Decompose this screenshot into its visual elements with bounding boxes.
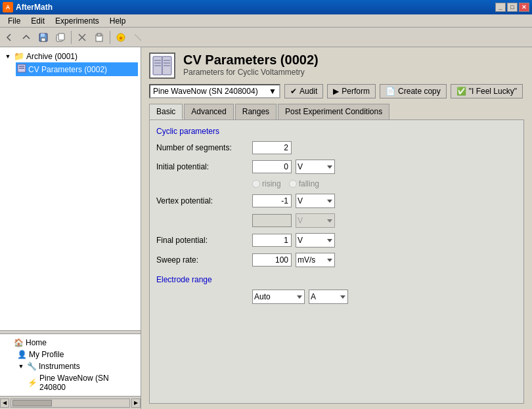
folder-icon: 📁 [14,51,24,61]
menu-bar: File Edit Experiments Help [0,14,532,28]
tree-instruments[interactable]: ▼ 🔧 Instruments [16,360,138,372]
main-layout: ▼ 📁 Archive (0001) CV Parameters (0002) … [0,47,532,409]
vertex-potential-input[interactable] [252,194,292,207]
menu-help[interactable]: Help [104,15,131,27]
toolbar-save[interactable] [35,30,51,45]
svg-text:★: ★ [118,35,123,41]
toolbar-paste[interactable] [91,30,107,45]
sweep-rate-unit[interactable]: mV/s V/s [296,253,335,267]
tree-area: ▼ 📁 Archive (0001) CV Parameters (0002) [0,47,141,330]
profile-label: My Profile [29,350,64,359]
close-button[interactable]: ✕ [519,3,529,12]
expand-instruments-icon[interactable]: ▼ [17,362,25,370]
vertex-potential2-row: V [156,213,517,228]
archive-label: Archive (0001) [26,52,78,61]
initial-potential-label: Initial potential: [156,162,248,171]
cv-title: CV Parameters (0002) [183,53,319,68]
content-panel: CV Parameters (0002) Parameters for Cycl… [141,47,532,409]
scrollbar-area: ◀ ▶ [0,396,141,409]
toolbar-up[interactable] [18,30,34,45]
scroll-right-button[interactable]: ▶ [131,398,141,408]
device-dropdown[interactable]: Pine WaveNow (SN 2408004) ▼ [149,84,280,98]
toolbar-star[interactable]: ★ [113,30,129,45]
tab-advanced[interactable]: Advanced [184,104,233,119]
menu-edit[interactable]: Edit [26,15,50,27]
create-copy-button[interactable]: 📄 Create copy [380,84,447,98]
perform-button[interactable]: ▶ Perform [327,84,376,98]
electrode-current-select[interactable]: A mA μA [309,290,348,304]
final-potential-input[interactable] [252,234,292,247]
cyclic-params-title: Cyclic parameters [156,127,517,136]
tree-pine[interactable]: ⚡ Pine WaveNow (SN 240800 [26,372,138,393]
app-icon: A [3,2,13,12]
feel-lucky-button[interactable]: ✅ "I Feel Lucky" [451,84,523,98]
menu-experiments[interactable]: Experiments [50,15,104,27]
initial-potential-unit[interactable]: V mV [296,160,335,174]
audit-button[interactable]: ✔ Audit [284,84,323,98]
lucky-icon: ✅ [456,87,466,96]
scroll-left-button[interactable]: ◀ [0,398,9,408]
toolbar-sep-2 [110,31,110,44]
window-controls[interactable]: _ □ ✕ [495,3,529,12]
sweep-rate-row: Sweep rate: mV/s V/s [156,253,517,267]
tree-profile[interactable]: 👤 My Profile [16,349,138,360]
rising-radio[interactable] [252,180,260,188]
cv-header-icon [149,53,175,79]
vertex-potential-unit[interactable]: V mV [296,194,335,208]
feel-lucky-label: "I Feel Lucky" [469,87,517,96]
minimize-button[interactable]: _ [495,3,506,12]
device-bar: Pine WaveNow (SN 2408004) ▼ ✔ Audit ▶ Pe… [141,81,532,101]
pine-icon: ⚡ [28,378,37,387]
vertex-potential-label: Vertex potential: [156,196,248,205]
tree-archive[interactable]: ▼ 📁 Archive (0001) [3,50,138,62]
initial-potential-input[interactable] [252,160,292,173]
num-segments-label: Number of segments: [156,143,248,152]
rising-label: rising [262,179,281,188]
tab-basic[interactable]: Basic [149,104,183,119]
h-scrollbar[interactable] [11,398,130,408]
left-panel: ▼ 📁 Archive (0001) CV Parameters (0002) … [0,47,141,409]
cv-params-label: CV Parameters (0002) [28,65,107,74]
initial-potential-row: Initial potential: V mV [156,160,517,174]
app-title: AfterMath [16,3,53,12]
instruments-icon: 🔧 [27,362,37,371]
home-icon: 🏠 [14,338,24,347]
instruments-label: Instruments [39,362,80,371]
cv-icon [17,64,26,75]
toolbar-disabled [130,30,146,45]
electrode-range-row: Auto Manual A mA μA [252,290,517,304]
electrode-range-title: Electrode range [156,275,517,284]
toolbar-sep-1 [71,31,72,44]
cv-title-block: CV Parameters (0002) Parameters for Cycl… [183,53,319,77]
toolbar-cut[interactable] [74,30,90,45]
menu-file[interactable]: File [3,15,26,27]
title-bar: A AfterMath _ □ ✕ [0,0,532,14]
expand-home-icon[interactable] [4,339,12,347]
tree-home[interactable]: 🏠 Home [3,337,138,349]
svg-rect-1 [41,33,45,37]
electrode-auto-select[interactable]: Auto Manual [252,290,305,304]
toolbar: ★ [0,28,532,47]
num-segments-input[interactable] [252,141,292,154]
toolbar-copy[interactable] [53,30,68,45]
bottom-tree: 🏠 Home 👤 My Profile ▼ 🔧 Instruments ⚡ Pi… [0,334,141,396]
expand-icon[interactable]: ▼ [4,53,12,60]
svg-line-11 [135,34,141,41]
final-potential-row: Final potential: V mV [156,233,517,248]
pine-label: Pine WaveNow (SN 240800 [39,374,137,392]
svg-rect-8 [97,33,101,36]
svg-rect-4 [58,33,64,40]
tabs-bar: Basic Advanced Ranges Post Experiment Co… [141,101,532,119]
toolbar-back[interactable] [1,30,17,45]
rising-radio-label[interactable]: rising [252,179,281,188]
final-potential-unit[interactable]: V mV [296,233,335,248]
sweep-rate-input[interactable] [252,253,292,267]
num-segments-row: Number of segments: [156,141,517,154]
tab-post-experiment[interactable]: Post Experiment Conditions [278,104,389,119]
maximize-button[interactable]: □ [507,3,518,12]
scrollbar-thumb[interactable] [12,400,52,406]
tab-ranges[interactable]: Ranges [235,104,277,119]
falling-radio-label[interactable]: falling [289,179,319,188]
falling-radio[interactable] [289,180,297,188]
tree-cv-params[interactable]: CV Parameters (0002) [16,62,138,76]
